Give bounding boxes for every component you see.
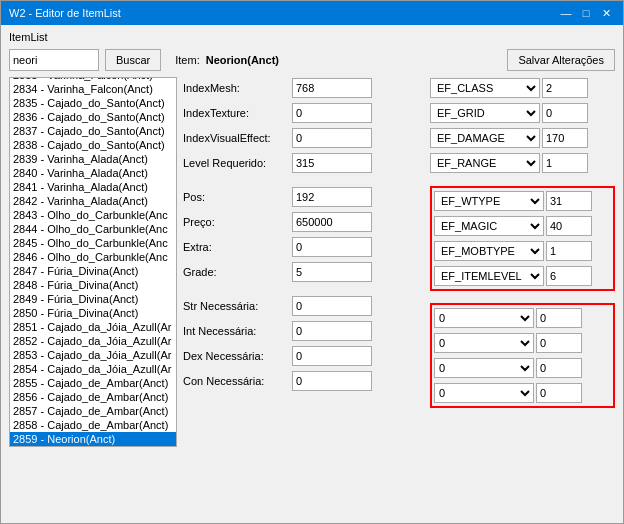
con-label: Con Necessária: <box>183 375 288 387</box>
combo-input-0[interactable] <box>536 308 582 328</box>
list-item[interactable]: 2844 - Olho_do_Carbunkle(Anc <box>10 222 176 236</box>
level-req-input[interactable] <box>292 153 372 173</box>
combo-select-0[interactable]: 012 <box>434 308 534 328</box>
ef-select-5[interactable]: EF_WTYPEEF_MAGICEF_MOBTYPEEF_ITEMLEVEL <box>434 216 544 236</box>
ef-select-4[interactable]: EF_WTYPEEF_MAGICEF_MOBTYPEEF_ITEMLEVEL <box>434 191 544 211</box>
grade-label: Grade: <box>183 266 288 278</box>
combo-row-0: 012 <box>434 307 611 329</box>
list-item[interactable]: 2836 - Cajado_do_Santo(Anct) <box>10 110 176 124</box>
preco-row: Preço: <box>183 211 424 233</box>
list-item[interactable]: 2856 - Cajado_de_Ambar(Anct) <box>10 390 176 404</box>
ef-select-6[interactable]: EF_WTYPEEF_MAGICEF_MOBTYPEEF_ITEMLEVEL <box>434 241 544 261</box>
index-texture-label: IndexTexture: <box>183 107 288 119</box>
index-visual-label: IndexVisualEffect: <box>183 132 288 144</box>
list-item[interactable]: 2835 - Cajado_do_Santo(Anct) <box>10 96 176 110</box>
list-panel: 2828 - Cajado_Silencioso(Anct)2829 - Caj… <box>9 77 177 517</box>
index-mesh-input[interactable] <box>292 78 372 98</box>
combo-select-2[interactable]: 012 <box>434 358 534 378</box>
con-row: Con Necessária: <box>183 370 424 392</box>
str-input[interactable] <box>292 296 372 316</box>
close-button[interactable]: ✕ <box>597 4 615 22</box>
ef-row-7: EF_WTYPEEF_MAGICEF_MOBTYPEEF_ITEMLEVEL <box>434 265 611 287</box>
list-item[interactable]: 2840 - Varinha_Alada(Anct) <box>10 166 176 180</box>
ef-row-2: EF_CLASSEF_GRIDEF_DAMAGEEF_RANGE <box>430 127 615 149</box>
list-item[interactable]: 2843 - Olho_do_Carbunkle(Anc <box>10 208 176 222</box>
list-item[interactable]: 2852 - Cajado_da_Jóia_Azull(Ar <box>10 334 176 348</box>
list-item[interactable]: 2857 - Cajado_de_Ambar(Anct) <box>10 404 176 418</box>
combo-row-1: 012 <box>434 332 611 354</box>
int-label: Int Necessária: <box>183 325 288 337</box>
list-item[interactable]: 2850 - Fúria_Divina(Anct) <box>10 306 176 320</box>
right-panel: EF_CLASSEF_GRIDEF_DAMAGEEF_RANGEEF_WTYPE… <box>430 77 615 517</box>
list-item[interactable]: 2839 - Varinha_Alada(Anct) <box>10 152 176 166</box>
ef-row-3: EF_CLASSEF_GRIDEF_DAMAGEEF_RANGE <box>430 152 615 174</box>
ef-select-2[interactable]: EF_CLASSEF_GRIDEF_DAMAGEEF_RANGE <box>430 128 540 148</box>
ef-select-7[interactable]: EF_WTYPEEF_MAGICEF_MOBTYPEEF_ITEMLEVEL <box>434 266 544 286</box>
ef-row-0: EF_CLASSEF_GRIDEF_DAMAGEEF_RANGEEF_WTYPE… <box>430 77 615 99</box>
index-texture-row: IndexTexture: <box>183 102 424 124</box>
ef-row-1: EF_CLASSEF_GRIDEF_DAMAGEEF_RANGE <box>430 102 615 124</box>
ef-input-3[interactable] <box>542 153 588 173</box>
grade-input[interactable] <box>292 262 372 282</box>
minimize-button[interactable]: — <box>557 4 575 22</box>
main-window: W2 - Editor de ItemList — □ ✕ ItemList B… <box>0 0 624 524</box>
ef-input-6[interactable] <box>546 241 592 261</box>
list-item[interactable]: 2834 - Varinha_Falcon(Anct) <box>10 82 176 96</box>
list-item[interactable]: 2855 - Cajado_de_Ambar(Anct) <box>10 376 176 390</box>
search-button[interactable]: Buscar <box>105 49 161 71</box>
combo-select-3[interactable]: 012 <box>434 383 534 403</box>
maximize-button[interactable]: □ <box>577 4 595 22</box>
ef-input-2[interactable] <box>542 128 588 148</box>
level-req-label: Level Requerido: <box>183 157 288 169</box>
combo-input-1[interactable] <box>536 333 582 353</box>
ef-input-4[interactable] <box>546 191 592 211</box>
int-input[interactable] <box>292 321 372 341</box>
ef-select-1[interactable]: EF_CLASSEF_GRIDEF_DAMAGEEF_RANGE <box>430 103 540 123</box>
window-title: W2 - Editor de ItemList <box>9 7 121 19</box>
list-item[interactable]: 2845 - Olho_do_Carbunkle(Anc <box>10 236 176 250</box>
combo-input-2[interactable] <box>536 358 582 378</box>
list-item[interactable]: 2841 - Varinha_Alada(Anct) <box>10 180 176 194</box>
index-texture-input[interactable] <box>292 103 372 123</box>
list-item[interactable]: 2854 - Cajado_da_Jóia_Azull(Ar <box>10 362 176 376</box>
ef-highlighted-group: EF_WTYPEEF_MAGICEF_MOBTYPEEF_ITEMLEVEL E… <box>430 186 615 291</box>
con-input[interactable] <box>292 371 372 391</box>
str-row: Str Necessária: <box>183 295 424 317</box>
combo-row-2: 012 <box>434 357 611 379</box>
preco-input[interactable] <box>292 212 372 232</box>
extra-input[interactable] <box>292 237 372 257</box>
list-item[interactable]: 2853 - Cajado_da_Jóia_Azull(Ar <box>10 348 176 362</box>
index-visual-input[interactable] <box>292 128 372 148</box>
list-item[interactable]: 2849 - Fúria_Divina(Anct) <box>10 292 176 306</box>
list-item[interactable]: 2848 - Fúria_Divina(Anct) <box>10 278 176 292</box>
ef-input-5[interactable] <box>546 216 592 236</box>
save-button[interactable]: Salvar Alterações <box>507 49 615 71</box>
list-item[interactable]: 2838 - Cajado_do_Santo(Anct) <box>10 138 176 152</box>
item-label: Item: <box>175 54 199 66</box>
combo-select-1[interactable]: 012 <box>434 333 534 353</box>
ef-select-3[interactable]: EF_CLASSEF_GRIDEF_DAMAGEEF_RANGE <box>430 153 540 173</box>
top-bar: Buscar Item: Neorion(Anct) Salvar Altera… <box>9 49 615 71</box>
combo-input-3[interactable] <box>536 383 582 403</box>
index-mesh-label: IndexMesh: <box>183 82 288 94</box>
list-item[interactable]: 2858 - Cajado_de_Ambar(Anct) <box>10 418 176 432</box>
list-item[interactable]: 2847 - Fúria_Divina(Anct) <box>10 264 176 278</box>
items-list[interactable]: 2828 - Cajado_Silencioso(Anct)2829 - Caj… <box>9 77 177 447</box>
ef-select-0[interactable]: EF_CLASSEF_GRIDEF_DAMAGEEF_RANGEEF_WTYPE… <box>430 78 540 98</box>
ef-row-6: EF_WTYPEEF_MAGICEF_MOBTYPEEF_ITEMLEVEL <box>434 240 611 262</box>
title-bar-left: W2 - Editor de ItemList <box>9 7 121 19</box>
list-item[interactable]: 2859 - Neorion(Anct) <box>10 432 176 446</box>
ef-input-7[interactable] <box>546 266 592 286</box>
ef-input-0[interactable] <box>542 78 588 98</box>
list-item[interactable]: 2837 - Cajado_do_Santo(Anct) <box>10 124 176 138</box>
ef-input-1[interactable] <box>542 103 588 123</box>
list-item[interactable]: 2846 - Olho_do_Carbunkle(Anc <box>10 250 176 264</box>
list-item[interactable]: 2851 - Cajado_da_Jóia_Azull(Ar <box>10 320 176 334</box>
search-input[interactable] <box>9 49 99 71</box>
pos-input[interactable] <box>292 187 372 207</box>
dex-input[interactable] <box>292 346 372 366</box>
dex-label: Dex Necessária: <box>183 350 288 362</box>
list-item[interactable]: 2842 - Varinha_Alada(Anct) <box>10 194 176 208</box>
ef-row-4: EF_WTYPEEF_MAGICEF_MOBTYPEEF_ITEMLEVEL <box>434 190 611 212</box>
item-value: Neorion(Anct) <box>206 54 279 66</box>
